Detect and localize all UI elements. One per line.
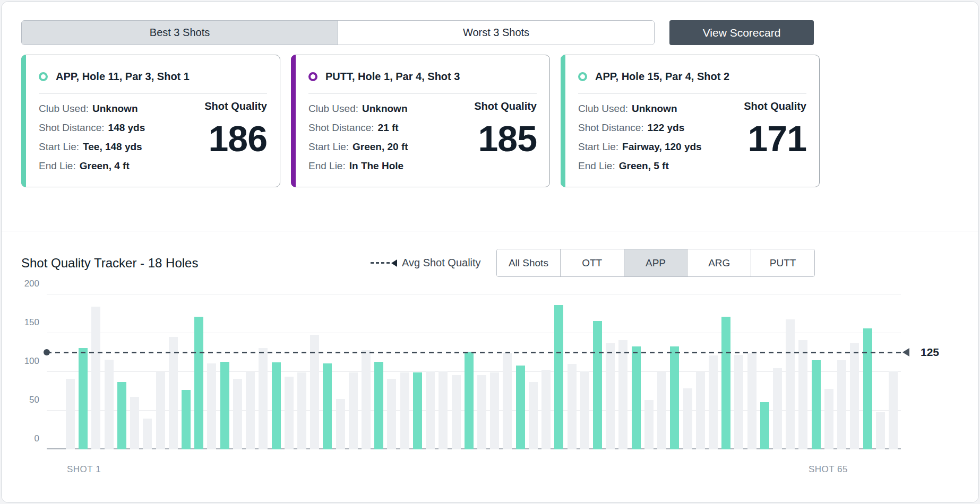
shots-tab-group: Best 3 Shots Worst 3 Shots — [21, 20, 655, 45]
chart-bar-shot-7[interactable] — [143, 419, 152, 449]
chart-bar-shot-62[interactable] — [850, 343, 859, 449]
stat-start-lie: Start Lie:Green, 20 ft — [308, 137, 452, 157]
avg-line-arrow-icon — [902, 348, 909, 357]
stat-shot-distance: Shot Distance:148 yds — [39, 118, 182, 137]
chart-bar-shot-49[interactable] — [683, 388, 692, 449]
chart-bar-shot-58[interactable] — [798, 340, 807, 449]
chart-bar-shot-4[interactable] — [105, 360, 114, 449]
shot-quality-value: 171 — [721, 118, 806, 159]
chart-bar-shot-22[interactable] — [336, 399, 345, 449]
chart-bar-shot-27[interactable] — [400, 372, 409, 449]
chart-bar-shot-34[interactable] — [490, 372, 499, 449]
chart-bar-shot-8[interactable] — [156, 372, 165, 449]
chart-bar-shot-36[interactable] — [516, 366, 525, 449]
chart-bar-shot-23[interactable] — [349, 372, 358, 449]
chart-bar-shot-24[interactable] — [362, 350, 371, 449]
shot-quality-label: Shot Quality — [721, 100, 806, 112]
chart-bar-shot-31[interactable] — [452, 375, 461, 449]
chart-bar-shot-1[interactable] — [66, 379, 75, 449]
card-divider — [39, 93, 267, 94]
chart-bar-shot-19[interactable] — [297, 372, 306, 449]
stat-end-lie: End Lie:Green, 5 ft — [578, 157, 721, 176]
card-accent-bar — [561, 55, 565, 187]
card-title: APP, Hole 15, Par 4, Shot 2 — [595, 71, 729, 83]
chart-bar-shot-38[interactable] — [541, 370, 551, 449]
tab-worst-3-shots[interactable]: Worst 3 Shots — [338, 21, 654, 45]
chart-bar-shot-16[interactable] — [259, 348, 268, 449]
chart-bar-shot-10[interactable] — [182, 390, 191, 449]
chart-bar-shot-6[interactable] — [130, 397, 139, 449]
chart-bar-shot-32[interactable] — [465, 352, 474, 449]
chart-bar-shot-21[interactable] — [323, 363, 332, 449]
chart-bar-shot-42[interactable] — [593, 321, 602, 449]
card-divider — [578, 93, 806, 94]
chart-bar-shot-48[interactable] — [670, 346, 679, 449]
chart-bar-shot-28[interactable] — [413, 372, 422, 449]
chart-bar-shot-41[interactable] — [580, 371, 589, 449]
chart-bar-shot-52[interactable] — [721, 317, 730, 449]
shot-type-ring-icon — [578, 72, 587, 81]
chart-bar-shot-15[interactable] — [246, 372, 255, 449]
chart-bar-shot-43[interactable] — [606, 343, 615, 449]
view-scorecard-button[interactable]: View Scorecard — [669, 20, 814, 45]
card-accent-bar — [291, 55, 296, 187]
card-header: APP, Hole 11, Par 3, Shot 1 — [39, 66, 267, 87]
chart-bar-shot-40[interactable] — [568, 364, 577, 449]
chart-bar-shot-47[interactable] — [657, 372, 666, 449]
chart-bar-shot-3[interactable] — [91, 307, 100, 449]
chart-bar-shot-9[interactable] — [169, 337, 178, 449]
chart-bar-shot-37[interactable] — [529, 382, 538, 449]
shot-quality: Shot Quality 185 — [452, 99, 537, 176]
chart-bar-shot-35[interactable] — [503, 353, 512, 450]
chart-bar-shot-45[interactable] — [632, 346, 641, 449]
filter-all-shots[interactable]: All Shots — [497, 249, 560, 276]
y-tick-100: 100 — [16, 356, 39, 367]
chart-bar-shot-39[interactable] — [554, 305, 563, 449]
best-shot-cards: APP, Hole 11, Par 3, Shot 1 Club Used:Un… — [21, 55, 959, 187]
chart-bar-shot-5[interactable] — [117, 382, 126, 449]
chart-bar-shot-14[interactable] — [233, 379, 242, 449]
chart-bar-shot-64[interactable] — [876, 412, 885, 449]
stat-shot-distance: Shot Distance:21 ft — [308, 118, 452, 137]
chart-title: Shot Quality Tracker - 18 Holes — [21, 256, 371, 271]
chart-bar-shot-33[interactable] — [477, 375, 486, 449]
chart-bar-shot-53[interactable] — [734, 355, 743, 449]
shot-quality-value: 186 — [182, 118, 267, 159]
chart-bar-shot-29[interactable] — [426, 371, 435, 449]
chart-bar-shot-18[interactable] — [285, 377, 294, 449]
shot-card-3: APP, Hole 15, Par 4, Shot 2 Club Used:Un… — [561, 55, 820, 187]
card-title: PUTT, Hole 1, Par 4, Shot 3 — [325, 71, 460, 83]
chart-bar-shot-2[interactable] — [79, 348, 88, 449]
chart-bar-shot-50[interactable] — [696, 372, 705, 449]
chart-bar-shot-56[interactable] — [773, 368, 782, 449]
chart-bar-shot-11[interactable] — [194, 317, 203, 449]
chart-bar-shot-30[interactable] — [439, 371, 448, 449]
chart-header: Shot Quality Tracker - 18 Holes Avg Shot… — [21, 249, 959, 277]
shot-stats: Club Used:Unknown Shot Distance:122 yds … — [578, 99, 721, 176]
shot-quality-label: Shot Quality — [182, 100, 267, 112]
chart-bar-shot-61[interactable] — [837, 360, 846, 449]
chart-bar-shot-65[interactable] — [889, 371, 898, 449]
filter-putt[interactable]: PUTT — [751, 249, 814, 276]
chart-bar-shot-44[interactable] — [618, 340, 627, 449]
chart-bar-shot-63[interactable] — [863, 328, 872, 449]
chart-bar-shot-17[interactable] — [272, 362, 281, 449]
tab-best-3-shots[interactable]: Best 3 Shots — [22, 21, 338, 45]
shot-quality-label: Shot Quality — [452, 100, 537, 112]
chart-bar-shot-46[interactable] — [644, 400, 654, 449]
chart-bar-shot-55[interactable] — [760, 402, 769, 449]
chart-bar-shot-51[interactable] — [709, 355, 718, 449]
chart-plot-area: 050100150200 125 — [47, 294, 901, 449]
chart-bar-shot-59[interactable] — [812, 360, 821, 449]
y-tick-50: 50 — [16, 395, 39, 405]
filter-app[interactable]: APP — [624, 249, 687, 276]
chart-bar-shot-25[interactable] — [374, 362, 383, 449]
chart-bar-shot-54[interactable] — [747, 353, 757, 449]
filter-ott[interactable]: OTT — [560, 249, 624, 276]
chart-bar-shot-12[interactable] — [207, 363, 216, 449]
filter-arg[interactable]: ARG — [687, 249, 751, 276]
chart-bar-shot-13[interactable] — [220, 362, 229, 449]
chart-bar-shot-57[interactable] — [786, 319, 795, 449]
chart-bar-shot-60[interactable] — [824, 389, 833, 449]
chart-bar-shot-26[interactable] — [387, 379, 396, 449]
